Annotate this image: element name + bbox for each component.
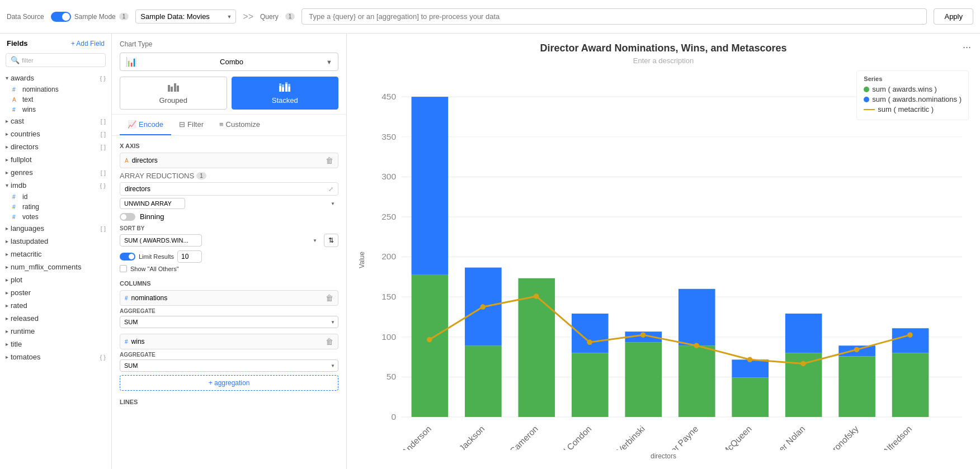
field-text[interactable]: A text <box>0 94 111 105</box>
field-group-runtime-header[interactable]: ▸ runtime <box>0 325 111 338</box>
field-group-lastupdated: ▸ lastupdated <box>0 235 111 248</box>
legend-line-metacritic <box>864 109 875 110</box>
legend-title: Series <box>864 75 962 82</box>
caret-tomatoes: ▸ <box>6 354 8 360</box>
chart-type-selector[interactable]: 📊 Combo ▼ <box>120 53 338 71</box>
svg-text:Steve McQueen: Steve McQueen <box>703 424 753 450</box>
subtype-grouped-button[interactable]: Grouped <box>120 77 227 110</box>
chart-more-button[interactable]: ··· <box>963 41 971 53</box>
datasource-select[interactable]: Sample Data: Movies <box>135 10 236 23</box>
bar-steve-noms <box>732 359 769 377</box>
field-group-rated-header[interactable]: ▸ rated <box>0 299 111 312</box>
type-icon-wins: # <box>12 107 20 113</box>
field-group-num-mflix-header[interactable]: ▸ num_mflix_comments <box>0 260 111 273</box>
limit-toggle[interactable] <box>120 253 135 260</box>
field-group-metacritic-header[interactable]: ▸ metacritic <box>0 248 111 260</box>
datasource-select-wrap: Sample Data: Movies <box>135 10 236 23</box>
type-icon-id: # <box>12 194 20 200</box>
binning-row: Binning <box>120 212 338 221</box>
col2-aggregate-label: AGGREGATE <box>120 352 338 358</box>
field-group-poster-header[interactable]: ▸ poster <box>0 286 111 299</box>
caret-num-mflix: ▸ <box>6 264 8 270</box>
col2-agg-select[interactable]: SUM <box>120 359 338 372</box>
field-id[interactable]: # id <box>0 192 111 202</box>
field-group-released-header[interactable]: ▸ released <box>0 312 111 325</box>
field-group-title-header[interactable]: ▸ title <box>0 338 111 350</box>
caret-plot: ▸ <box>6 277 8 283</box>
bar-alex-wins <box>679 345 715 417</box>
metacritic-dot-6 <box>747 357 753 363</box>
show-others-checkbox[interactable] <box>120 265 127 272</box>
field-wins[interactable]: # wins <box>0 105 111 115</box>
legend-label-metacritic: sum ( metacritic ) <box>878 105 934 113</box>
sample-mode-toggle[interactable] <box>51 12 71 22</box>
legend-label-nominations: sum ( awards.nominations ) <box>872 95 962 103</box>
sort-direction-button[interactable]: ⇅ <box>324 234 338 247</box>
limit-input[interactable] <box>177 250 202 263</box>
col2-agg-select-wrap: SUM <box>120 359 338 372</box>
add-field-button[interactable]: + Add Field <box>71 40 105 48</box>
field-group-directors-header[interactable]: ▸ directors [ ] <box>0 140 111 153</box>
field-group-plot-header[interactable]: ▸ plot <box>0 273 111 286</box>
search-placeholder: filter <box>22 57 34 64</box>
svg-text:450: 450 <box>381 92 396 101</box>
col1-agg-select-wrap: SUM <box>120 316 338 328</box>
search-icon: 🔍 <box>11 56 20 64</box>
col-nominations-icon: # <box>125 295 128 301</box>
metacritic-dot-4 <box>640 332 646 338</box>
datasource-label: Data Source <box>7 13 44 21</box>
field-votes[interactable]: # votes <box>0 212 111 222</box>
field-group-genres-header[interactable]: ▸ genres [ ] <box>0 166 111 179</box>
svg-rect-5 <box>279 83 281 86</box>
chart-type-name: Combo <box>220 58 243 66</box>
field-rating[interactable]: # rating <box>0 202 111 212</box>
tab-customize[interactable]: ≡ Customize <box>211 115 268 135</box>
lines-section: Lines <box>120 399 338 405</box>
tab-encode[interactable]: 📈 Encode <box>120 115 171 135</box>
bar-bill-noms <box>572 314 609 353</box>
metacritic-dot-2 <box>534 293 539 299</box>
col1-aggregate-label: AGGREGATE <box>120 308 338 314</box>
field-group-imdb-header[interactable]: ▾ imdb { } <box>0 179 111 192</box>
fields-search-input[interactable]: 🔍 filter <box>6 53 106 67</box>
sample-mode-toggle-wrap: Sample Mode 1 <box>51 12 129 22</box>
svg-text:150: 150 <box>381 292 396 301</box>
caret-metacritic: ▸ <box>6 251 8 257</box>
tab-customize-label: Customize <box>226 120 260 129</box>
top-bar: Data Source Sample Mode 1 Sample Data: M… <box>0 0 980 34</box>
field-group-lastupdated-header[interactable]: ▸ lastupdated <box>0 235 111 248</box>
field-group-cast-header[interactable]: ▸ cast [ ] <box>0 115 111 127</box>
field-group-languages-header[interactable]: ▸ languages [ ] <box>0 222 111 235</box>
field-group-tomatoes-header[interactable]: ▸ tomatoes { } <box>0 350 111 363</box>
legend-item-metacritic: sum ( metacritic ) <box>864 105 962 113</box>
caret-genres: ▸ <box>6 169 8 176</box>
field-group-fullplot-header[interactable]: ▸ fullplot <box>0 153 111 166</box>
col-nominations-remove[interactable]: 🗑 <box>326 293 333 302</box>
unwind-select-wrap: UNWIND ARRAY <box>120 198 338 209</box>
x-axis-field-row: A directors 🗑 <box>120 153 338 168</box>
binning-toggle[interactable] <box>120 213 135 221</box>
add-aggregation-button[interactable]: + aggregation <box>120 375 338 391</box>
field-nominations[interactable]: # nominations <box>0 84 111 94</box>
svg-text:350: 350 <box>381 132 396 141</box>
field-group-awards-header[interactable]: ▾ awards { } <box>0 72 111 84</box>
apply-button[interactable]: Apply <box>934 8 973 25</box>
subtype-stacked-button[interactable]: Stacked <box>232 77 339 110</box>
field-group-countries-header[interactable]: ▸ countries [ ] <box>0 127 111 140</box>
unwind-select[interactable]: UNWIND ARRAY <box>120 198 185 209</box>
tab-encode-label: Encode <box>139 120 163 129</box>
col1-agg-select[interactable]: SUM <box>120 316 338 328</box>
bar-peter-wins <box>465 345 502 417</box>
field-group-genres: ▸ genres [ ] <box>0 166 111 179</box>
query-input[interactable] <box>301 8 927 25</box>
field-group-poster: ▸ poster <box>0 286 111 299</box>
svg-rect-6 <box>282 87 284 92</box>
sort-select[interactable]: SUM ( AWARDS.WIN... <box>120 234 202 247</box>
sort-select-wrap: SUM ( AWARDS.WIN... <box>120 234 321 247</box>
svg-text:Peter Jackson: Peter Jackson <box>441 424 486 450</box>
tab-filter[interactable]: ⊟ Filter <box>171 115 211 135</box>
x-axis-remove-button[interactable]: 🗑 <box>326 156 333 165</box>
col-wins-remove[interactable]: 🗑 <box>326 337 333 346</box>
array-field-expand-icon[interactable]: ⤢ <box>328 186 333 193</box>
bar-alex-noms <box>679 289 715 345</box>
